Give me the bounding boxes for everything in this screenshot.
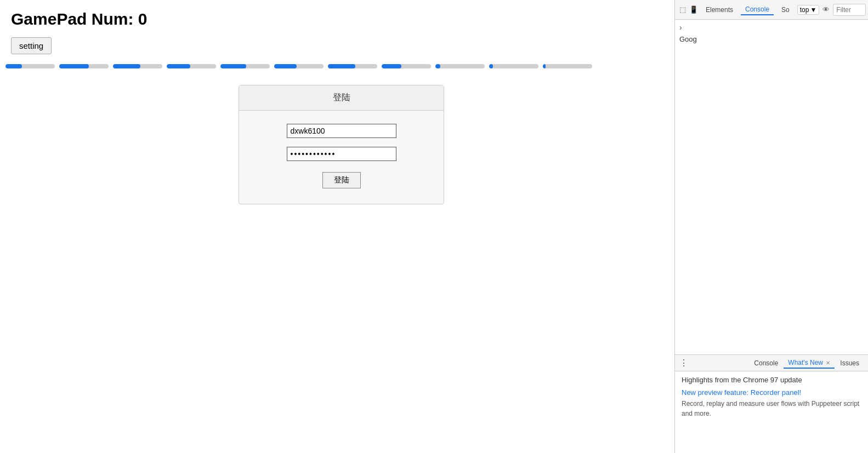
login-body: 登陆 xyxy=(239,111,444,204)
setting-button[interactable]: setting xyxy=(11,37,52,54)
slider-item[interactable] xyxy=(59,64,109,68)
tab-console-bottom[interactable]: Console xyxy=(750,358,782,368)
inspect-icon[interactable]: ⬚ xyxy=(679,4,686,15)
slider-item[interactable] xyxy=(167,64,216,68)
device-icon[interactable]: 📱 xyxy=(689,4,698,15)
bottom-content: Highlights from the Chrome 97 update New… xyxy=(675,371,868,453)
slider-item[interactable] xyxy=(274,64,324,68)
tab-sources[interactable]: So xyxy=(777,5,794,15)
top-label: top xyxy=(800,6,809,14)
devtools-panel: ⬚ 📱 Elements Console So top ▼ 👁 › Goog ⋮… xyxy=(674,0,868,453)
tab-whats-new[interactable]: What's New ✕ xyxy=(784,358,835,369)
slider-item[interactable] xyxy=(543,64,592,68)
username-field[interactable] xyxy=(287,124,396,138)
eye-icon[interactable]: 👁 xyxy=(822,4,830,15)
goog-text: Goog xyxy=(679,33,864,45)
tab-elements[interactable]: Elements xyxy=(701,5,737,15)
dots-menu-icon[interactable]: ⋮ xyxy=(679,358,688,368)
sliders-row xyxy=(0,59,674,74)
login-header: 登陆 xyxy=(239,85,444,111)
new-feature-desc: Record, replay and measure user flows wi… xyxy=(682,399,861,418)
bottom-tabs: ⋮ Console What's New ✕ Issues xyxy=(675,355,868,371)
close-whats-new-icon[interactable]: ✕ xyxy=(826,360,830,366)
slider-item[interactable] xyxy=(113,64,162,68)
chevron-down-icon: ▼ xyxy=(810,6,816,14)
slider-item[interactable] xyxy=(328,64,377,68)
tab-issues[interactable]: Issues xyxy=(836,358,864,368)
devtools-bottom-panel: ⋮ Console What's New ✕ Issues Highlights… xyxy=(675,354,868,453)
whats-new-highlight: Highlights from the Chrome 97 update xyxy=(682,376,861,384)
slider-item[interactable] xyxy=(435,64,485,68)
slider-item[interactable] xyxy=(5,64,55,68)
slider-item[interactable] xyxy=(220,64,270,68)
top-selector[interactable]: top ▼ xyxy=(797,5,820,15)
new-feature-title[interactable]: New preview feature: Recorder panel! xyxy=(682,388,861,397)
tab-console[interactable]: Console xyxy=(741,4,774,15)
slider-item[interactable] xyxy=(489,64,538,68)
main-page: GamePad Num: 0 setting 登陆 登陆 xyxy=(0,0,674,453)
devtools-content: › Goog xyxy=(675,20,868,354)
login-submit-button[interactable]: 登陆 xyxy=(322,172,361,188)
gamepad-title: GamePad Num: 0 xyxy=(0,0,674,34)
devtools-toolbar: ⬚ 📱 Elements Console So top ▼ 👁 xyxy=(675,0,868,20)
password-field[interactable] xyxy=(287,147,396,161)
filter-input[interactable] xyxy=(833,4,866,16)
chevron-right-icon: › xyxy=(679,22,864,33)
slider-item[interactable] xyxy=(382,64,431,68)
login-modal: 登陆 登陆 xyxy=(239,85,444,204)
